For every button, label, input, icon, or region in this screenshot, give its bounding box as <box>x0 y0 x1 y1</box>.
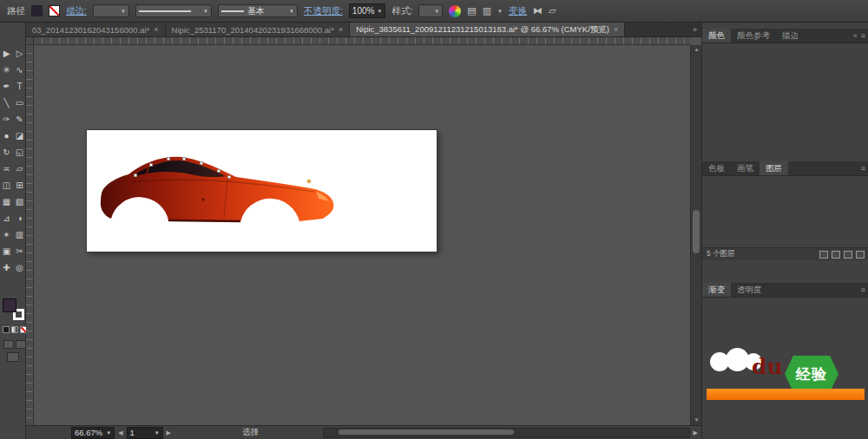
lasso-tool[interactable]: ∿ <box>16 66 23 75</box>
horizontal-scroll-thumb[interactable] <box>339 429 514 435</box>
screen-mode-button[interactable] <box>7 352 19 362</box>
bounding-box-icon[interactable]: ▱ <box>549 6 556 16</box>
dropdown-icon: ▼ <box>121 9 126 14</box>
car-artwork[interactable] <box>97 146 340 233</box>
next-artboard-icon[interactable]: ▶ <box>167 429 171 436</box>
stroke-color-swatch[interactable] <box>49 5 60 16</box>
horizontal-scrollbar[interactable] <box>323 428 690 438</box>
free-transform-tool[interactable]: ▱ <box>16 165 23 174</box>
perspective-grid-tool[interactable]: ⊞ <box>16 181 23 190</box>
rectangle-tool[interactable]: ▭ <box>16 99 23 108</box>
door-emblem <box>201 198 204 200</box>
close-icon[interactable]: × <box>614 25 618 34</box>
panel-menu-icon[interactable]: ≡ <box>861 164 865 173</box>
layer-count-label: 5 个图层 <box>707 249 735 259</box>
blob-brush-tool[interactable]: ● <box>3 132 9 141</box>
recolor-artwork-icon[interactable] <box>449 5 461 17</box>
width-profile-select[interactable]: ▼ <box>135 4 212 17</box>
scale-tool[interactable]: ◱ <box>16 148 23 157</box>
new-sublayer-button[interactable] <box>832 251 840 259</box>
dropdown-icon: ▼ <box>377 9 382 14</box>
status-bar: 66.67% ▼ ◀ 1 ▼ ▶ 选择 ▶ <box>26 425 701 439</box>
context-label: 路径 <box>7 5 25 17</box>
vertical-scrollbar[interactable]: ▲ ▼ <box>690 45 701 425</box>
magic-wand-tool[interactable]: ✳ <box>3 66 10 75</box>
shear-icon[interactable]: ⧓ <box>533 6 542 16</box>
document-tab[interactable]: Nipic_2531170_20140420231931668000.ai* × <box>166 23 351 36</box>
panel-menu-icon[interactable]: ≡ <box>861 285 865 294</box>
selection-tool[interactable]: ▶ <box>3 49 10 58</box>
tab-brushes[interactable]: 画笔 <box>731 161 760 175</box>
collapse-dock-icon[interactable]: « <box>853 31 858 40</box>
gradient-button[interactable] <box>11 326 18 333</box>
zoom-level-select[interactable]: 66.67% ▼ <box>71 427 115 439</box>
stroke-weight-select[interactable]: ▼ <box>93 4 129 17</box>
mesh-tool[interactable]: ▦ <box>3 198 10 206</box>
fill-color-swatch[interactable] <box>31 5 43 16</box>
width-tool[interactable]: ≍ <box>3 165 10 174</box>
tools-panel: ▶ ▷ ✳ ∿ ✒ T ╲ ▭ ✑ ✎ ● ◪ ↻ ◱ ≍ ▱ ◫ ⊞ ▦ ▧ … <box>0 23 26 439</box>
eraser-tool[interactable]: ◪ <box>16 132 23 141</box>
pencil-tool[interactable]: ✎ <box>16 115 23 124</box>
distribute-icon[interactable]: ▥ <box>483 6 491 16</box>
panel-dock: 颜色 颜色参考 描边 « ≡ C 66.13% M 61.89% <box>701 23 868 439</box>
direct-selection-tool[interactable]: ▷ <box>16 49 23 58</box>
paintbrush-tool[interactable]: ✑ <box>3 115 10 124</box>
draw-normal-button[interactable] <box>3 340 14 349</box>
dropdown-icon[interactable]: ▼ <box>497 9 503 14</box>
type-tool[interactable]: T <box>16 82 22 91</box>
make-mask-button[interactable] <box>819 251 828 259</box>
artboard[interactable] <box>87 130 437 252</box>
tab-gradient[interactable]: 渐变 <box>702 283 731 297</box>
tab-stroke[interactable]: 描边 <box>776 29 805 43</box>
brush-definition-select[interactable]: 基本▼ <box>218 4 298 17</box>
artboard-tool[interactable]: ▣ <box>3 247 10 256</box>
eyedropper-tool[interactable]: ⊿ <box>3 214 10 223</box>
close-icon[interactable]: × <box>339 25 343 34</box>
hand-tool[interactable]: ✚ <box>3 264 10 272</box>
symbol-sprayer-tool[interactable]: ✴ <box>3 231 10 239</box>
column-graph-tool[interactable]: ▥ <box>16 231 23 239</box>
dropdown-icon: ▼ <box>434 9 439 14</box>
prev-artboard-icon[interactable]: ◀ <box>118 429 122 436</box>
transform-link[interactable]: 变换 <box>509 5 527 17</box>
opacity-link[interactable]: 不透明度: <box>304 5 343 17</box>
close-icon[interactable]: × <box>154 25 158 34</box>
slice-tool[interactable]: ✂ <box>16 247 23 256</box>
zoom-tool[interactable]: ◎ <box>16 264 23 272</box>
tab-color[interactable]: 颜色 <box>702 29 731 43</box>
draw-inside-button[interactable] <box>16 340 26 349</box>
pen-tool[interactable]: ✒ <box>3 82 10 91</box>
gradient-tool[interactable]: ▧ <box>16 198 23 206</box>
scroll-right-icon[interactable]: ▶ <box>694 429 698 436</box>
toolbar-fill-swatch[interactable] <box>3 298 16 312</box>
tab-color-guide[interactable]: 颜色参考 <box>731 29 776 43</box>
artboard-number: 1 <box>130 428 135 437</box>
line-segment-tool[interactable]: ╲ <box>3 99 9 108</box>
opacity-field[interactable]: 100%▼ <box>349 3 386 18</box>
layers-panel-tabs: 色板 画笔 图层 ≡ <box>702 161 868 176</box>
new-layer-button[interactable] <box>844 251 852 259</box>
stroke-panel-link[interactable]: 描边: <box>66 5 87 17</box>
tab-transparency[interactable]: 透明度 <box>731 283 768 297</box>
vertical-scroll-thumb[interactable] <box>693 210 700 253</box>
document-tab[interactable]: 03_20141230162043156000.ai* × <box>26 23 166 36</box>
document-tab-active[interactable]: Nipic_3835611_20091211231215013183.ai* @… <box>350 23 625 36</box>
dropdown-icon: ▼ <box>289 9 294 14</box>
blend-tool[interactable]: ◑ <box>16 214 22 223</box>
color-button[interactable] <box>3 326 10 333</box>
tab-swatches[interactable]: 色板 <box>702 161 731 175</box>
tab-overflow-icon[interactable]: » <box>688 23 701 36</box>
rotate-tool[interactable]: ↻ <box>3 148 10 157</box>
paint-mode-buttons <box>3 326 27 333</box>
artboard-nav-field[interactable]: 1 ▼ <box>127 427 163 439</box>
style-label: 样式: <box>391 5 412 17</box>
shape-builder-tool[interactable]: ◫ <box>3 181 10 190</box>
canvas[interactable] <box>34 45 690 425</box>
color-panel-tabs: 颜色 颜色参考 描边 « ≡ <box>702 29 868 43</box>
tab-layers[interactable]: 图层 <box>760 161 788 175</box>
align-icon[interactable]: ▤ <box>467 6 476 16</box>
delete-layer-button[interactable] <box>856 251 865 259</box>
panel-menu-icon[interactable]: ≡ <box>861 31 865 40</box>
style-select[interactable]: ▼ <box>418 4 443 17</box>
